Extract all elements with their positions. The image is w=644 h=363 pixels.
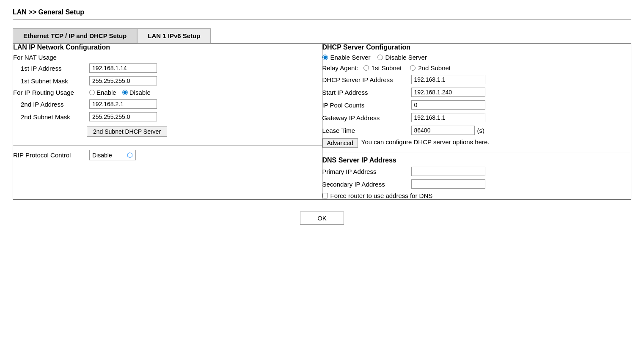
right-divider bbox=[322, 152, 631, 152]
secondary-dns-row: Secondary IP Address bbox=[322, 179, 631, 189]
routing-enable-label[interactable]: Enable bbox=[89, 89, 116, 96]
force-row: Force router to use address for DNS bbox=[322, 192, 631, 199]
disable-server-label: Disable Server bbox=[385, 54, 427, 61]
secondary-dns-label: Secondary IP Address bbox=[322, 181, 411, 188]
force-dns-label: Force router to use address for DNS bbox=[330, 192, 433, 199]
primary-dns-input[interactable] bbox=[411, 167, 485, 176]
force-dns-checkbox[interactable] bbox=[322, 193, 328, 198]
rip-select[interactable]: Disable bbox=[92, 152, 126, 159]
for-nat-label: For NAT Usage bbox=[13, 54, 322, 61]
lease-time-row: Lease Time (s) bbox=[322, 126, 631, 135]
ok-button[interactable]: OK bbox=[300, 212, 344, 225]
routing-row: For IP Routing Usage Enable Disable bbox=[13, 89, 322, 96]
routing-label: For IP Routing Usage bbox=[13, 89, 89, 96]
first-subnet-row: 1st Subnet Mask bbox=[13, 76, 322, 85]
primary-dns-row: Primary IP Address bbox=[322, 167, 631, 176]
left-divider bbox=[13, 145, 322, 146]
rip-row: RIP Protocol Control Disable ⬡ bbox=[13, 150, 322, 160]
tab-ethernet[interactable]: Ethernet TCP / IP and DHCP Setup bbox=[13, 28, 137, 43]
relay-subnet1-label: 1st Subnet bbox=[372, 64, 402, 72]
tab-ipv6[interactable]: LAN 1 IPv6 Setup bbox=[137, 28, 211, 43]
start-ip-input[interactable] bbox=[411, 88, 485, 97]
advanced-text: You can configure DHCP server options he… bbox=[361, 138, 631, 146]
second-ip-label: 2nd IP Address bbox=[13, 101, 89, 108]
enable-server-radio[interactable] bbox=[322, 55, 328, 60]
dhcp-server-ip-row: DHCP Server IP Address bbox=[322, 75, 631, 84]
dhcp-server-ip-input[interactable] bbox=[411, 75, 485, 84]
right-panel: DHCP Server Configuration Enable Server … bbox=[322, 44, 631, 200]
enable-row: Enable Server Disable Server bbox=[322, 54, 631, 61]
ok-row: OK bbox=[13, 212, 631, 225]
second-subnet-label: 2nd Subnet Mask bbox=[13, 113, 89, 121]
relay-subnet1-radio[interactable] bbox=[363, 65, 369, 71]
lease-time-label: Lease Time bbox=[322, 127, 411, 134]
start-ip-label: Start IP Address bbox=[322, 89, 411, 96]
lease-unit: (s) bbox=[477, 127, 485, 134]
main-table: LAN IP Network Configuration For NAT Usa… bbox=[13, 43, 631, 200]
first-ip-label: 1st IP Address bbox=[13, 65, 89, 72]
primary-dns-label: Primary IP Address bbox=[322, 168, 411, 175]
gateway-ip-label: Gateway IP Address bbox=[322, 114, 411, 121]
lease-time-input[interactable] bbox=[411, 126, 475, 135]
relay-subnet2-radio[interactable] bbox=[410, 65, 416, 71]
first-subnet-input[interactable] bbox=[89, 76, 157, 85]
tab-bar: Ethernet TCP / IP and DHCP Setup LAN 1 I… bbox=[13, 28, 631, 43]
select-arrow-icon: ⬡ bbox=[127, 151, 133, 159]
first-ip-row: 1st IP Address bbox=[13, 63, 322, 73]
secondary-dns-input[interactable] bbox=[411, 179, 485, 189]
page-title: LAN >> General Setup bbox=[13, 8, 631, 16]
second-ip-input[interactable] bbox=[89, 99, 157, 109]
disable-server-radio[interactable] bbox=[377, 55, 383, 60]
ip-pool-label: IP Pool Counts bbox=[322, 102, 411, 109]
first-ip-input[interactable] bbox=[89, 63, 157, 73]
advanced-row: Advanced You can configure DHCP server o… bbox=[322, 138, 631, 148]
dhcp-server-button[interactable]: 2nd Subnet DHCP Server bbox=[87, 126, 167, 137]
dhcp-section-title: DHCP Server Configuration bbox=[322, 44, 631, 51]
relay-row: Relay Agent: 1st Subnet 2nd Subnet bbox=[322, 64, 631, 72]
second-subnet-row: 2nd Subnet Mask bbox=[13, 112, 322, 121]
first-subnet-label: 1st Subnet Mask bbox=[13, 77, 89, 85]
relay-subnet2-label: 2nd Subnet bbox=[418, 64, 451, 72]
relay-label: Relay Agent: bbox=[322, 64, 358, 72]
routing-disable-label[interactable]: Disable bbox=[122, 89, 151, 96]
gateway-ip-input[interactable] bbox=[411, 113, 485, 122]
ip-pool-row: IP Pool Counts bbox=[322, 100, 631, 110]
routing-enable-text: Enable bbox=[96, 89, 116, 96]
dhcp-server-ip-label: DHCP Server IP Address bbox=[322, 76, 411, 83]
start-ip-row: Start IP Address bbox=[322, 88, 631, 97]
dns-section-title: DNS Server IP Address bbox=[322, 157, 631, 164]
rip-label: RIP Protocol Control bbox=[13, 151, 89, 159]
gateway-ip-row: Gateway IP Address bbox=[322, 113, 631, 122]
left-panel: LAN IP Network Configuration For NAT Usa… bbox=[13, 44, 322, 200]
title-divider bbox=[13, 19, 631, 20]
second-ip-row: 2nd IP Address bbox=[13, 99, 322, 109]
routing-enable-radio[interactable] bbox=[89, 90, 95, 95]
second-subnet-input[interactable] bbox=[89, 112, 157, 121]
enable-server-label: Enable Server bbox=[330, 54, 371, 61]
routing-disable-radio[interactable] bbox=[122, 90, 128, 95]
dhcp-server-btn-row: 2nd Subnet DHCP Server bbox=[87, 126, 167, 137]
ip-pool-input[interactable] bbox=[411, 100, 485, 110]
advanced-button[interactable]: Advanced bbox=[322, 138, 358, 148]
rip-select-wrapper[interactable]: Disable ⬡ bbox=[89, 150, 136, 160]
lan-ip-section-title: LAN IP Network Configuration bbox=[13, 44, 322, 51]
routing-disable-text: Disable bbox=[129, 89, 151, 96]
